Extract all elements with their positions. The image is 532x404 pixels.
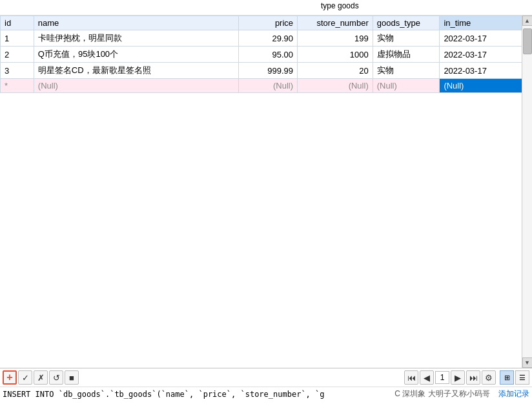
cell-store-number[interactable]: 20: [298, 63, 373, 79]
cell-price[interactable]: 29.90: [239, 30, 298, 47]
table-row: 2 Q币充值，95块100个 95.00 1000 虚拟物品 2022-03-1…: [1, 47, 532, 63]
settings-button[interactable]: ⚙: [482, 370, 496, 385]
add-record-label[interactable]: 添加记录: [498, 389, 529, 398]
watermark-label: C 深圳象 大明子又称小码哥: [394, 389, 489, 398]
table-row: 1 卡哇伊抱枕，明星同款 29.90 199 实物 2022-03-17: [1, 30, 532, 47]
scrollbar-thumb[interactable]: [523, 28, 532, 54]
data-table: id name price store_number goods_type in…: [0, 16, 532, 93]
page-number-input[interactable]: [435, 371, 449, 384]
right-label: C 深圳象 大明子又称小码哥 添加记录: [394, 388, 529, 399]
cell-store-null[interactable]: (Null): [298, 79, 373, 93]
apply-button[interactable]: ✓: [18, 370, 32, 385]
last-page-button[interactable]: ⏭: [466, 370, 480, 385]
cell-store-number[interactable]: 1000: [298, 47, 373, 63]
main-area: type goods id name price store_number go…: [0, 0, 532, 404]
cell-name[interactable]: 明星签名CD，最新歌星签名照: [34, 63, 239, 79]
stop-button[interactable]: ■: [65, 370, 79, 385]
toolbar-row: + ✓ ✗ ↺ ■ ⏮ ◀ ▶ ⏭ ⚙ ⊞ ☰: [0, 368, 532, 387]
add-record-button[interactable]: +: [3, 370, 17, 385]
grid-view-button[interactable]: ⊞: [500, 370, 514, 385]
cell-goods-type[interactable]: 实物: [373, 30, 440, 47]
col-header-store-number[interactable]: store_number: [298, 16, 373, 30]
list-view-button[interactable]: ☰: [515, 370, 529, 385]
cell-store-number[interactable]: 199: [298, 30, 373, 47]
col-header-name[interactable]: name: [34, 16, 239, 30]
cell-in-time[interactable]: 2022-03-17: [440, 47, 532, 63]
scrollbar-up-button[interactable]: ▲: [522, 16, 533, 26]
scrollbar-track[interactable]: [522, 26, 532, 357]
cell-id-null[interactable]: *: [1, 79, 34, 93]
bottom-toolbar: + ✓ ✗ ↺ ■ ⏮ ◀ ▶ ⏭ ⚙ ⊞ ☰: [0, 368, 532, 404]
col-header-goods-type[interactable]: goods_type: [373, 16, 440, 30]
col-header-price[interactable]: price: [239, 16, 298, 30]
cell-id[interactable]: 2: [1, 47, 34, 63]
cell-price-null[interactable]: (Null): [239, 79, 298, 93]
col-header-in-time[interactable]: in_time: [440, 16, 532, 30]
table-body: 1 卡哇伊抱枕，明星同款 29.90 199 实物 2022-03-17 2 Q…: [1, 30, 532, 93]
table-container: id name price store_number goods_type in…: [0, 16, 532, 368]
page-controls: ⏮ ◀ ▶ ⏭ ⚙: [404, 370, 496, 385]
sql-row: INSERT INTO `db_goods`.`tb_goods`(`name`…: [0, 387, 532, 401]
cell-in-time[interactable]: 2022-03-17: [440, 63, 532, 79]
table-row: 3 明星签名CD，最新歌星签名照 999.99 20 实物 2022-03-17: [1, 63, 532, 79]
cell-price[interactable]: 95.00: [239, 47, 298, 63]
cell-in-time[interactable]: 2022-03-17: [440, 30, 532, 47]
cell-goods-null[interactable]: (Null): [373, 79, 440, 93]
cell-price[interactable]: 999.99: [239, 63, 298, 79]
refresh-button[interactable]: ↺: [49, 370, 63, 385]
table-header: id name price store_number goods_type in…: [1, 16, 532, 30]
col-header-id[interactable]: id: [1, 16, 34, 30]
first-page-button[interactable]: ⏮: [404, 370, 418, 385]
prev-page-button[interactable]: ◀: [420, 370, 434, 385]
cell-name-null[interactable]: (Null): [34, 79, 239, 93]
sql-text: INSERT INTO `db_goods`.`tb_goods`(`name`…: [3, 390, 394, 399]
cell-id[interactable]: 1: [1, 30, 34, 47]
type-goods-label: type goods: [321, 1, 359, 10]
scrollbar-down-button[interactable]: ▼: [522, 357, 533, 368]
vertical-scrollbar[interactable]: ▲ ▼: [522, 16, 532, 368]
view-icons: ⊞ ☰: [500, 370, 529, 385]
cancel-button[interactable]: ✗: [34, 370, 48, 385]
cell-name[interactable]: Q币充值，95块100个: [34, 47, 239, 63]
next-page-button[interactable]: ▶: [451, 370, 465, 385]
cell-goods-type[interactable]: 实物: [373, 63, 440, 79]
cell-id[interactable]: 3: [1, 63, 34, 79]
cell-intime-null-highlighted[interactable]: (Null): [440, 79, 532, 93]
cell-goods-type[interactable]: 虚拟物品: [373, 47, 440, 63]
table-row-null: * (Null) (Null) (Null) (Null) (Null): [1, 79, 532, 93]
cell-name[interactable]: 卡哇伊抱枕，明星同款: [34, 30, 239, 47]
